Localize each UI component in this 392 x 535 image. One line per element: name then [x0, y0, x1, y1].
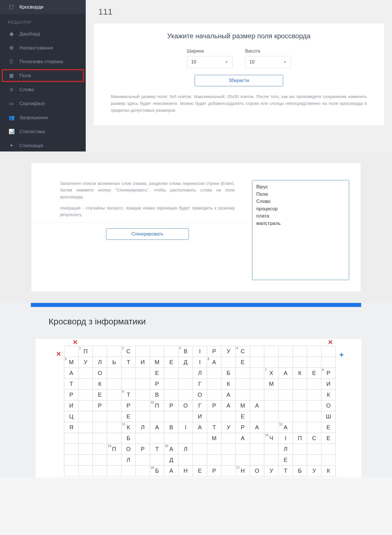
crossword-cell[interactable]: И	[321, 379, 336, 390]
crossword-cell[interactable]	[307, 379, 321, 390]
crossword-cell[interactable]	[136, 368, 150, 379]
crossword-cell[interactable]: О	[121, 444, 136, 455]
crossword-cell[interactable]	[264, 390, 279, 400]
crossword-cell[interactable]	[79, 379, 93, 390]
crossword-cell[interactable]: Е	[321, 433, 336, 444]
crossword-cell[interactable]: Р	[150, 379, 164, 390]
crossword-cell[interactable]: Д	[164, 455, 179, 466]
crossword-cell[interactable]: В	[164, 422, 179, 433]
crossword-cell[interactable]	[107, 466, 121, 476]
crossword-cell[interactable]	[164, 390, 179, 400]
crossword-cell[interactable]	[93, 411, 107, 422]
crossword-cell[interactable]	[293, 444, 307, 455]
crossword-cell[interactable]: А	[236, 433, 250, 444]
crossword-cell[interactable]	[136, 411, 150, 422]
crossword-cell[interactable]: 4С	[236, 346, 250, 357]
crossword-cell[interactable]	[107, 411, 121, 422]
crossword-cell[interactable]: Т	[64, 379, 79, 390]
crossword-cell[interactable]	[293, 411, 307, 422]
crossword-cell[interactable]: 13Ч	[264, 433, 279, 444]
crossword-cell[interactable]: 14П	[107, 444, 121, 455]
crossword-cell[interactable]	[136, 455, 150, 466]
crossword-cell[interactable]	[321, 455, 336, 466]
crossword-cell[interactable]: Е	[279, 455, 293, 466]
crossword-cell[interactable]: Б	[121, 433, 136, 444]
crossword-cell[interactable]	[164, 411, 179, 422]
crossword-cell[interactable]	[136, 433, 150, 444]
crossword-cell[interactable]	[293, 379, 307, 390]
crossword-cell[interactable]	[236, 455, 250, 466]
crossword-cell[interactable]: Р	[64, 390, 79, 400]
crossword-cell[interactable]	[107, 390, 121, 400]
crossword-cell[interactable]: 5М	[64, 357, 79, 368]
crossword-cell[interactable]: О	[193, 390, 207, 400]
crossword-cell[interactable]	[136, 346, 150, 357]
crossword-cell[interactable]: О	[250, 466, 264, 476]
crossword-cell[interactable]	[250, 390, 264, 400]
crossword-cell[interactable]: М	[207, 433, 221, 444]
crossword-cell[interactable]	[64, 444, 79, 455]
sidebar-item-налаштування[interactable]: ✿Налаштування	[0, 41, 86, 55]
crossword-cell[interactable]	[136, 400, 150, 411]
generate-button[interactable]: Сгенерировать	[106, 228, 189, 240]
crossword-cell[interactable]	[64, 433, 79, 444]
crossword-cell[interactable]	[264, 400, 279, 411]
crossword-cell[interactable]: Д	[179, 357, 193, 368]
crossword-cell[interactable]	[221, 433, 236, 444]
crossword-cell[interactable]	[79, 466, 93, 476]
crossword-cell[interactable]: И	[136, 357, 150, 368]
crossword-cell[interactable]	[207, 379, 221, 390]
crossword-cell[interactable]	[250, 444, 264, 455]
width-select[interactable]: 10 ▼	[187, 56, 233, 68]
crossword-cell[interactable]	[279, 400, 293, 411]
crossword-cell[interactable]: Е	[307, 368, 321, 379]
crossword-cell[interactable]	[64, 346, 79, 357]
crossword-cell[interactable]	[164, 346, 179, 357]
crossword-cell[interactable]	[207, 411, 221, 422]
crossword-cell[interactable]: Ь	[107, 357, 121, 368]
crossword-cell[interactable]	[321, 346, 336, 357]
crossword-cell[interactable]	[264, 357, 279, 368]
crossword-cell[interactable]: Т	[121, 357, 136, 368]
sidebar-item-слова[interactable]: ≣Слова	[0, 83, 86, 97]
crossword-cell[interactable]: Г	[193, 379, 207, 390]
crossword-cell[interactable]: У	[307, 466, 321, 476]
crossword-cell[interactable]: О	[93, 368, 107, 379]
crossword-cell[interactable]	[79, 368, 93, 379]
sidebar-item-початкова сторінка[interactable]: 🗋Початкова сторінка	[0, 55, 86, 69]
crossword-cell[interactable]: 17Н	[236, 466, 250, 476]
crossword-cell[interactable]: І	[193, 346, 207, 357]
crossword-cell[interactable]: Л	[93, 357, 107, 368]
crossword-cell[interactable]: 1П	[79, 346, 93, 357]
crossword-cell[interactable]: Е	[321, 422, 336, 433]
sidebar-item-crosswords[interactable]: ⬚ Кросворди	[0, 0, 86, 14]
crossword-cell[interactable]: 16Б	[150, 466, 164, 476]
crossword-cell[interactable]: 8Р	[321, 368, 336, 379]
crossword-cell[interactable]: У	[221, 346, 236, 357]
crossword-cell[interactable]: Р	[93, 400, 107, 411]
crossword-cell[interactable]: Р	[136, 444, 150, 455]
crossword-cell[interactable]	[193, 455, 207, 466]
crossword-cell[interactable]	[293, 346, 307, 357]
crossword-cell[interactable]: Е	[193, 466, 207, 476]
crossword-cell[interactable]	[236, 379, 250, 390]
crossword-cell[interactable]: 11К	[121, 422, 136, 433]
crossword-cell[interactable]	[150, 433, 164, 444]
crossword-cell[interactable]	[321, 357, 336, 368]
crossword-cell[interactable]: Р	[207, 466, 221, 476]
delete-col-left-icon[interactable]: ✕	[73, 339, 78, 346]
crossword-cell[interactable]	[179, 411, 193, 422]
crossword-cell[interactable]: 6А	[207, 357, 221, 368]
crossword-cell[interactable]: Ш	[321, 411, 336, 422]
crossword-cell[interactable]	[93, 444, 107, 455]
crossword-cell[interactable]	[264, 444, 279, 455]
crossword-cell[interactable]	[250, 433, 264, 444]
crossword-cell[interactable]	[107, 455, 121, 466]
crossword-cell[interactable]: 15А	[164, 444, 179, 455]
crossword-cell[interactable]	[93, 466, 107, 476]
crossword-cell[interactable]	[236, 390, 250, 400]
crossword-cell[interactable]: І	[179, 422, 193, 433]
crossword-cell[interactable]: К	[293, 368, 307, 379]
crossword-cell[interactable]	[221, 466, 236, 476]
crossword-cell[interactable]	[207, 455, 221, 466]
